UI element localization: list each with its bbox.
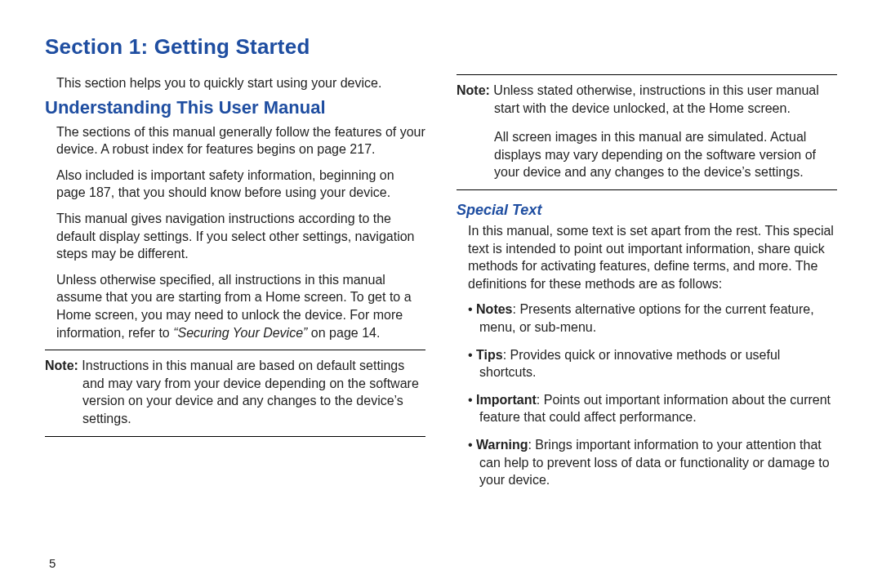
intro-text: This section helps you to quickly start … — [45, 74, 425, 92]
definition-text: : Brings important information to your a… — [479, 438, 830, 487]
left-column: This section helps you to quickly start … — [45, 74, 425, 499]
definition-term: Notes — [476, 302, 512, 316]
note-text: Note: Instructions in this manual are ba… — [45, 357, 425, 427]
note-label: Note: — [45, 359, 78, 372]
two-column-layout: This section helps you to quickly start … — [45, 74, 837, 499]
definition-term: Tips — [476, 348, 503, 362]
definition-item-notes: Notes: Presents alternative options for … — [468, 301, 837, 336]
subsection-title: Understanding This User Manual — [45, 97, 425, 118]
note-label: Note: — [457, 83, 490, 97]
manual-page: Section 1: Getting Started This section … — [0, 0, 882, 588]
paragraph-navigation: This manual gives navigation instruction… — [45, 210, 425, 263]
definition-item-warning: Warning: Brings important information to… — [468, 436, 837, 489]
paragraph-index: The sections of this manual generally fo… — [45, 123, 425, 158]
note-body: Unless stated otherwise, instructions in… — [490, 83, 819, 115]
definition-text: : Presents alternative options for the c… — [479, 302, 814, 334]
definition-item-important: Important: Points out important informat… — [468, 391, 837, 426]
page-number: 5 — [49, 556, 56, 570]
paragraph-homescreen: Unless otherwise specified, all instruct… — [45, 271, 425, 341]
note-body: Instructions in this manual are based on… — [78, 359, 419, 425]
definition-term: Important — [476, 393, 537, 407]
special-text-intro: In this manual, some text is set apart f… — [457, 222, 837, 292]
note-block-defaults: Note: Instructions in this manual are ba… — [45, 350, 425, 436]
definition-item-tips: Tips: Provides quick or innovative metho… — [468, 346, 837, 381]
cross-reference: “Securing Your Device” — [173, 326, 307, 340]
paragraph-safety: Also included is important safety inform… — [45, 167, 425, 202]
section-title: Section 1: Getting Started — [45, 34, 837, 60]
definition-text: : Provides quick or innovative methods o… — [479, 348, 780, 380]
definition-term: Warning — [476, 438, 528, 452]
special-text-heading: Special Text — [457, 202, 837, 219]
note-text: Note: Unless stated otherwise, instructi… — [457, 82, 837, 117]
note-block-unlocked: Note: Unless stated otherwise, instructi… — [457, 74, 837, 190]
note-second-paragraph: All screen images in this manual are sim… — [457, 128, 837, 181]
definition-list: Notes: Presents alternative options for … — [457, 301, 837, 488]
right-column: Note: Unless stated otherwise, instructi… — [457, 74, 837, 499]
paragraph-homescreen-post: on page 14. — [307, 326, 380, 340]
